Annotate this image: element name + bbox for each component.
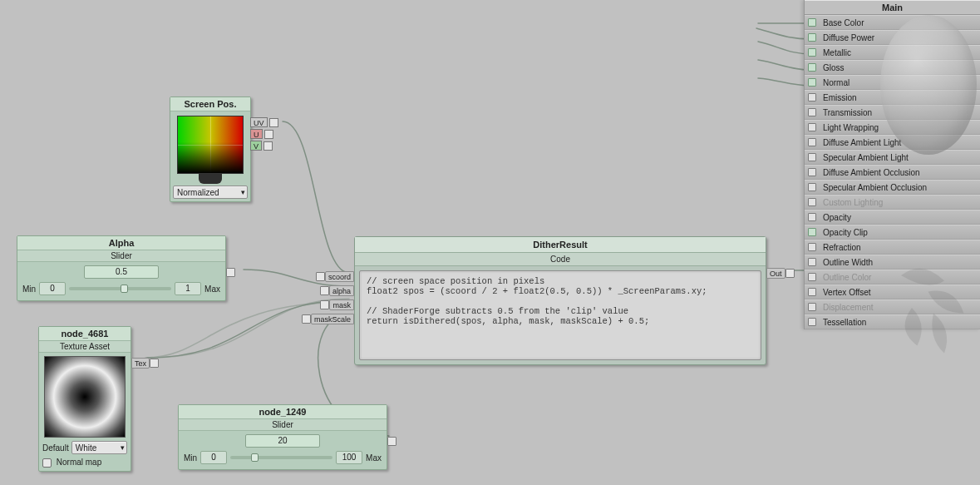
port-plug[interactable] — [320, 300, 329, 309]
row-label: Diffuse Power — [823, 33, 980, 42]
main-row-opacity-clip[interactable]: Opacity Clip — [805, 225, 980, 240]
input-socket[interactable] — [808, 78, 816, 87]
port-mask[interactable]: mask — [320, 299, 354, 311]
node-title: DitherResult — [355, 237, 766, 253]
port-plug[interactable] — [387, 437, 396, 446]
main-row-refraction[interactable]: Refraction — [805, 240, 980, 255]
row-label: Displacement — [823, 303, 980, 312]
texture-preview[interactable] — [44, 356, 126, 438]
slider-thumb[interactable] — [251, 453, 259, 462]
input-socket[interactable] — [808, 93, 816, 101]
alpha-value[interactable]: 0.5 — [84, 265, 159, 279]
port-u[interactable]: U — [250, 129, 273, 139]
node1249-max[interactable]: 100 — [336, 451, 362, 464]
texture-default-dropdown[interactable]: White ▾ — [71, 441, 127, 454]
main-row-diffuse-ambient-occlusion[interactable]: Diffuse Ambient Occlusion — [805, 165, 980, 180]
input-socket[interactable] — [808, 123, 816, 131]
dropdown-value: Normalized — [177, 188, 219, 197]
alpha-slider[interactable] — [69, 287, 171, 290]
node1249-slider[interactable] — [230, 456, 332, 459]
main-row-vertex-offset[interactable]: Vertex Offset — [805, 285, 980, 299]
main-row-light-wrapping[interactable]: Light Wrapping — [805, 120, 980, 135]
alpha-min[interactable]: 0 — [39, 282, 66, 295]
node-screen-pos[interactable]: Screen Pos. Normalized ▾ UV U V — [170, 97, 251, 202]
row-label: Opacity Clip — [823, 228, 980, 237]
port-plug[interactable] — [269, 118, 278, 127]
node-dither-result[interactable]: DitherResult Code // screen space positi… — [354, 236, 766, 365]
main-row-outline-width[interactable]: Outline Width — [805, 255, 980, 270]
main-row-specular-ambient-occlusion[interactable]: Specular Ambient Occlusion — [805, 180, 980, 195]
node-alpha[interactable]: Alpha Slider 0.5 Min 0 1 Max — [17, 235, 226, 301]
port-v[interactable]: V — [250, 141, 273, 151]
port-plug[interactable] — [264, 130, 273, 139]
port-plug[interactable] — [150, 359, 159, 368]
port-plug[interactable] — [226, 268, 235, 277]
input-socket[interactable] — [808, 168, 816, 176]
node1249-min[interactable]: 0 — [200, 451, 227, 464]
input-socket[interactable] — [808, 243, 816, 251]
main-row-transmission[interactable]: Transmission — [805, 105, 980, 120]
node-subtitle: Slider — [17, 250, 225, 262]
port-plug[interactable] — [320, 286, 329, 295]
main-row-specular-ambient-light[interactable]: Specular Ambient Light — [805, 150, 980, 165]
port-out[interactable]: Out — [766, 267, 795, 280]
main-row-gloss[interactable]: Gloss — [805, 60, 980, 75]
main-row-diffuse-power[interactable]: Diffuse Power — [805, 30, 980, 45]
input-socket[interactable] — [808, 108, 816, 116]
screenpos-preview — [177, 116, 244, 174]
input-socket[interactable] — [808, 258, 816, 266]
normal-map-label: Normal map — [57, 458, 101, 467]
code-textarea[interactable]: // screen space position in pixels float… — [359, 270, 761, 360]
row-label: Vertex Offset — [823, 288, 980, 297]
row-label: Diffuse Ambient Occlusion — [823, 168, 980, 177]
input-socket[interactable] — [808, 288, 816, 296]
input-socket[interactable] — [808, 213, 816, 221]
input-socket[interactable] — [808, 18, 816, 27]
row-label: Outline Width — [823, 258, 980, 267]
main-row-normal[interactable]: Normal — [805, 75, 980, 90]
alpha-max[interactable]: 1 — [175, 282, 201, 295]
default-label: Default — [42, 443, 69, 453]
main-title: Main — [805, 0, 980, 15]
input-socket — [808, 303, 816, 311]
monitor-stand-icon — [199, 174, 222, 184]
input-socket[interactable] — [808, 318, 816, 326]
slider-thumb[interactable] — [121, 285, 128, 293]
main-row-base-color[interactable]: Base Color — [805, 15, 980, 30]
port-tex[interactable]: Tex — [131, 357, 159, 369]
port-plug[interactable] — [263, 141, 273, 151]
input-socket[interactable] — [808, 183, 816, 191]
port-out[interactable] — [387, 435, 396, 448]
input-socket[interactable] — [808, 138, 816, 146]
node-title: node_4681 — [39, 327, 131, 341]
input-socket[interactable] — [808, 63, 816, 72]
input-socket — [808, 273, 816, 281]
normal-map-checkbox[interactable] — [42, 458, 52, 468]
main-row-metallic[interactable]: Metallic — [805, 45, 980, 60]
main-row-diffuse-ambient-light[interactable]: Diffuse Ambient Light — [805, 135, 980, 150]
port-scoord[interactable]: scoord — [316, 270, 354, 283]
row-label: Transmission — [823, 108, 980, 117]
main-row-emission[interactable]: Emission — [805, 90, 980, 105]
main-row-opacity[interactable]: Opacity — [805, 210, 980, 225]
input-socket[interactable] — [808, 153, 816, 161]
row-label: Emission — [823, 93, 980, 102]
main-row-tessellation[interactable]: Tessellation — [805, 314, 980, 329]
node-1249[interactable]: node_1249 Slider 20 Min 0 100 Max — [178, 404, 387, 470]
node1249-value[interactable]: 20 — [245, 434, 320, 448]
node-texture[interactable]: node_4681 Texture Asset Default White ▾ … — [38, 326, 131, 472]
port-out[interactable] — [226, 266, 235, 279]
chevron-down-icon: ▾ — [241, 188, 245, 196]
row-label: Gloss — [823, 63, 980, 72]
port-alpha[interactable]: alpha — [320, 285, 354, 297]
input-socket[interactable] — [808, 228, 816, 236]
port-maskscale[interactable]: maskScale — [302, 313, 354, 325]
input-socket[interactable] — [808, 33, 816, 42]
port-plug[interactable] — [316, 272, 325, 281]
node-title: Screen Pos. — [170, 97, 250, 111]
input-socket[interactable] — [808, 48, 816, 57]
screenpos-mode-dropdown[interactable]: Normalized ▾ — [173, 186, 248, 199]
port-plug[interactable] — [302, 314, 311, 324]
port-uv[interactable]: UV — [250, 117, 278, 127]
port-plug[interactable] — [785, 269, 795, 278]
